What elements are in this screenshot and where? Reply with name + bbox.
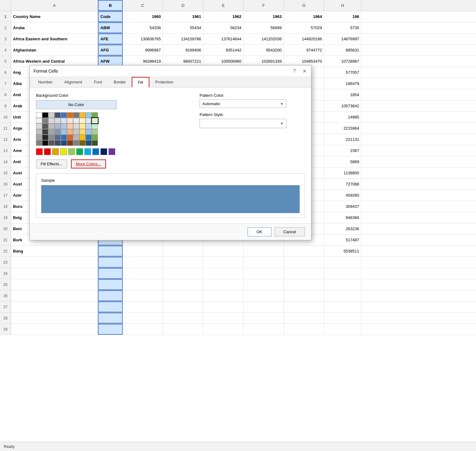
color-tint-row-1 [36,118,187,123]
tab-number[interactable]: Number [32,77,58,87]
color-swatch[interactable] [42,140,48,146]
color-swatch[interactable] [36,112,42,118]
vivid-color-swatch[interactable] [108,148,115,155]
color-swatch[interactable] [42,112,48,118]
color-swatch[interactable] [73,118,79,123]
color-swatch[interactable] [48,123,55,129]
ok-button[interactable]: OK [248,227,271,236]
color-grid [36,112,187,146]
color-swatch[interactable] [42,129,48,135]
color-swatch[interactable] [86,140,92,146]
color-swatch[interactable] [48,112,55,118]
color-swatch[interactable] [92,123,98,129]
color-swatch[interactable] [61,112,67,118]
color-swatch[interactable] [73,112,79,118]
color-swatch[interactable] [92,118,98,123]
vivid-color-swatch[interactable] [60,148,67,155]
tab-alignment[interactable]: Alignment [58,77,88,87]
color-swatch[interactable] [67,135,73,140]
vivid-color-swatch[interactable] [84,148,91,155]
color-swatch[interactable] [92,129,98,135]
vivid-color-swatch[interactable] [68,148,75,155]
fill-right: Pattern Color: Automatic ▼ Pattern Style… [200,93,305,168]
vivid-color-swatch[interactable] [36,148,43,155]
pattern-color-arrow-icon: ▼ [280,102,284,106]
color-swatch[interactable] [73,123,79,129]
tab-protection[interactable]: Protection [149,77,179,87]
color-swatch[interactable] [61,129,67,135]
color-swatch[interactable] [48,118,55,123]
color-swatch[interactable] [48,140,55,146]
tab-fill[interactable]: Fill [132,77,149,87]
fill-effects-button[interactable]: Fill Effects... [36,159,67,168]
color-swatch[interactable] [48,129,55,135]
color-swatch[interactable] [86,112,92,118]
dialog-footer: OK Cancel [30,223,311,240]
tab-font[interactable]: Font [88,77,108,87]
vivid-color-swatch[interactable] [52,148,59,155]
color-swatch[interactable] [79,129,86,135]
dialog-title: Format Cells [33,69,58,74]
color-swatch[interactable] [36,129,42,135]
color-swatch[interactable] [61,135,67,140]
close-icon[interactable]: ✕ [301,68,307,74]
color-swatch[interactable] [73,135,79,140]
color-swatch[interactable] [61,123,67,129]
fill-section: Background Color: No Color Fill Effects.… [36,93,305,168]
color-swatch[interactable] [61,118,67,123]
color-swatch[interactable] [73,129,79,135]
color-tint-row-2 [36,123,187,129]
color-swatch[interactable] [55,112,61,118]
pattern-color-dropdown[interactable]: Automatic ▼ [200,100,286,108]
vivid-color-swatch[interactable] [100,148,107,155]
color-swatch[interactable] [55,140,61,146]
color-swatch[interactable] [42,123,48,129]
color-swatch[interactable] [36,123,42,129]
color-swatch[interactable] [55,135,61,140]
color-swatch[interactable] [42,118,48,123]
color-swatch[interactable] [67,129,73,135]
cancel-button[interactable]: Cancel [275,227,305,236]
color-swatch[interactable] [55,118,61,123]
color-swatch[interactable] [86,118,92,123]
pattern-style-label: Pattern Style: [200,112,305,117]
color-swatch[interactable] [67,123,73,129]
pattern-style-dropdown[interactable]: ▼ [200,119,286,128]
no-color-button[interactable]: No Color [36,100,117,109]
color-tint-row-3 [36,129,187,135]
color-swatch[interactable] [67,140,73,146]
color-row-1 [36,112,187,118]
color-swatch[interactable] [86,135,92,140]
color-swatch[interactable] [79,140,86,146]
color-swatch[interactable] [86,123,92,129]
color-swatch[interactable] [48,135,55,140]
vivid-color-swatch[interactable] [92,148,99,155]
sample-label: Sample [41,178,300,183]
color-swatch[interactable] [61,140,67,146]
fill-left: Background Color: No Color Fill Effects.… [36,93,187,168]
color-swatch[interactable] [36,140,42,146]
color-swatch[interactable] [67,112,73,118]
color-swatch[interactable] [92,140,98,146]
color-swatch[interactable] [36,118,42,123]
color-swatch[interactable] [79,135,86,140]
color-swatch[interactable] [55,129,61,135]
color-swatch[interactable] [55,123,61,129]
color-swatch[interactable] [67,118,73,123]
color-swatch[interactable] [86,129,92,135]
color-swatch[interactable] [36,135,42,140]
more-colors-button[interactable]: More Colors... [71,159,106,168]
help-icon[interactable]: ? [291,68,298,74]
color-swatch[interactable] [42,135,48,140]
color-tint-row-5 [36,140,187,146]
color-swatch[interactable] [79,123,86,129]
color-swatch[interactable] [79,118,86,123]
color-swatch[interactable] [92,135,98,140]
vivid-color-swatch[interactable] [44,148,51,155]
color-swatch[interactable] [79,112,86,118]
color-swatch[interactable] [92,112,98,118]
color-swatch[interactable] [73,140,79,146]
tab-border[interactable]: Border [108,77,132,87]
vivid-color-swatch[interactable] [76,148,83,155]
sample-box [41,185,300,213]
